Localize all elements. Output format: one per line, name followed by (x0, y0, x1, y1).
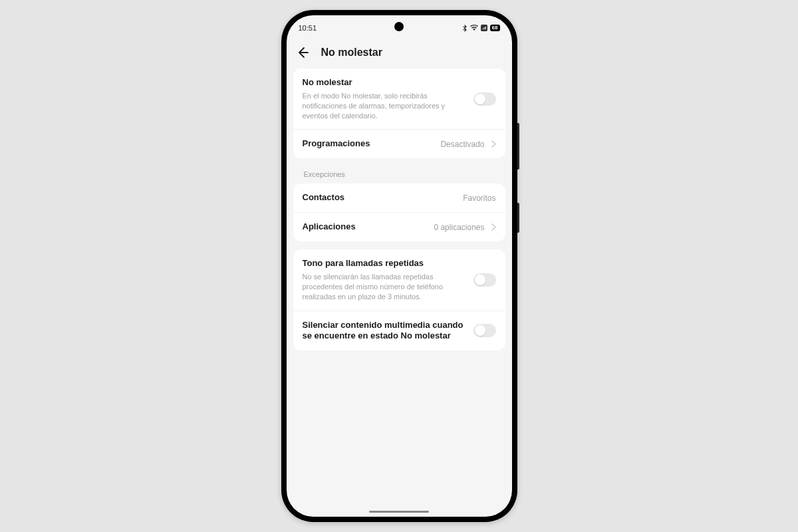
battery-icon: 68 (490, 25, 500, 31)
mute-media-toggle[interactable] (473, 324, 496, 337)
row-schedules[interactable]: Programaciones Desactivado (293, 129, 505, 158)
schedules-title: Programaciones (303, 138, 434, 150)
card-main: No molestar En el modo No molestar, solo… (293, 68, 505, 158)
signal-icon (481, 25, 487, 31)
bluetooth-icon (462, 25, 467, 32)
page-title: No molestar (321, 47, 382, 59)
card-options: Tono para llamadas repetidas No se silen… (293, 249, 505, 350)
row-repeat-calls[interactable]: Tono para llamadas repetidas No se silen… (293, 249, 505, 310)
back-icon[interactable] (296, 46, 309, 59)
section-exceptions-label: Excepciones (293, 166, 505, 184)
wifi-icon (470, 25, 478, 31)
volume-button (517, 123, 519, 170)
status-time: 10:51 (299, 24, 317, 32)
repeat-toggle[interactable] (473, 273, 496, 287)
mute-media-title: Silenciar contenido multimedia cuando se… (303, 320, 467, 342)
power-button (517, 203, 519, 233)
screen: 10:51 68 No molestar No molestar En el m… (287, 15, 512, 517)
chevron-right-icon (491, 223, 496, 231)
chevron-right-icon (491, 140, 496, 148)
home-indicator[interactable] (369, 511, 429, 513)
contacts-title: Contactos (303, 192, 457, 203)
page-header: No molestar (287, 38, 512, 68)
row-mute-media[interactable]: Silenciar contenido multimedia cuando se… (293, 311, 505, 351)
status-icons: 68 (462, 25, 500, 32)
row-dnd-toggle[interactable]: No molestar En el modo No molestar, solo… (293, 68, 505, 129)
repeat-desc: No se silenciarán las llamadas repetidas… (303, 272, 467, 302)
repeat-title: Tono para llamadas repetidas (303, 258, 467, 269)
dnd-title: No molestar (303, 77, 467, 88)
dnd-desc: En el modo No molestar, solo recibirás n… (303, 91, 467, 121)
row-contacts[interactable]: Contactos Favoritos (293, 184, 505, 212)
card-exceptions: Contactos Favoritos Aplicaciones 0 aplic… (293, 184, 505, 241)
apps-value: 0 aplicaciones (434, 223, 484, 232)
apps-title: Aplicaciones (303, 221, 428, 233)
contacts-value: Favoritos (463, 194, 495, 203)
camera-cutout (394, 22, 404, 31)
dnd-toggle[interactable] (473, 92, 496, 106)
row-apps[interactable]: Aplicaciones 0 aplicaciones (293, 212, 505, 241)
content: No molestar En el modo No molestar, solo… (287, 68, 512, 517)
schedules-value: Desactivado (440, 140, 484, 149)
phone-frame: 10:51 68 No molestar No molestar En el m… (281, 10, 517, 522)
